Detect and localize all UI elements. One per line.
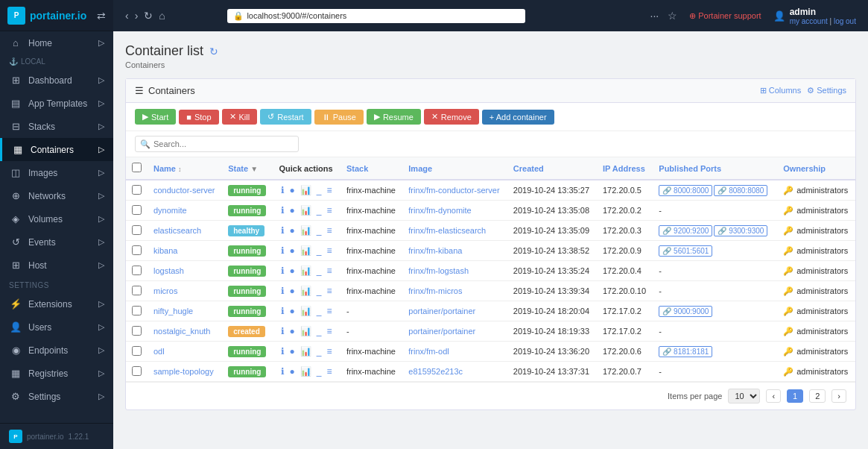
- details-icon[interactable]: ℹ: [279, 325, 286, 337]
- container-name-link[interactable]: sample-topology: [153, 367, 214, 376]
- port-link[interactable]: 🔗 8181:8181: [659, 346, 712, 357]
- console-icon[interactable]: _: [315, 245, 323, 257]
- sidebar-item-images[interactable]: ◫ Images ▷: [0, 161, 113, 184]
- container-name-link[interactable]: micros: [153, 286, 177, 295]
- console-icon[interactable]: _: [315, 204, 323, 216]
- console-icon[interactable]: _: [315, 285, 323, 297]
- select-all-checkbox[interactable]: [132, 163, 142, 172]
- row-checkbox[interactable]: [132, 326, 142, 336]
- created-header[interactable]: Created: [507, 157, 597, 180]
- port-link[interactable]: 🔗 5601:5601: [659, 245, 712, 257]
- portainer-support-link[interactable]: Portainer support: [689, 11, 761, 21]
- sidebar-item-volumes[interactable]: ◈ Volumes ▷: [0, 207, 113, 230]
- sidebar-item-extensions[interactable]: ⚡ Extensions ▷: [0, 292, 113, 315]
- row-checkbox[interactable]: [132, 286, 142, 295]
- refresh-icon[interactable]: ↻: [209, 45, 218, 57]
- home-browser-icon[interactable]: ⌂: [159, 10, 165, 22]
- sidebar-item-networks[interactable]: ⊕ Networks ▷: [0, 184, 113, 207]
- container-name-link[interactable]: conductor-server: [153, 186, 215, 195]
- port-link[interactable]: 🔗 9200:9200: [659, 225, 712, 236]
- pause-button[interactable]: ⏸ Pause: [314, 110, 364, 125]
- image-link[interactable]: frinx/fm-logstash: [408, 266, 469, 275]
- details-icon[interactable]: ℹ: [279, 345, 286, 357]
- image-link[interactable]: frinx/fm-kibana: [408, 246, 462, 255]
- my-account-link[interactable]: my account: [790, 17, 828, 25]
- prev-page-button[interactable]: ‹: [766, 389, 781, 403]
- sidebar-item-home[interactable]: ⌂ Home ▷: [0, 31, 113, 54]
- row-checkbox[interactable]: [132, 346, 142, 356]
- details-icon[interactable]: ℹ: [279, 365, 286, 377]
- details-icon[interactable]: ℹ: [279, 204, 286, 216]
- port-link[interactable]: 🔗 8000:8000: [659, 185, 712, 196]
- inspect-icon[interactable]: ●: [288, 224, 297, 236]
- image-link[interactable]: e815952e213c: [408, 367, 463, 376]
- port-link[interactable]: 🔗 9000:9000: [659, 306, 712, 317]
- image-link[interactable]: frinx/fm-conductor-server: [408, 186, 499, 195]
- sidebar-item-registries[interactable]: ▦ Registries ▷: [0, 362, 113, 385]
- details-icon[interactable]: ℹ: [279, 184, 286, 196]
- console-icon[interactable]: _: [315, 224, 323, 236]
- sidebar-item-app-templates[interactable]: ▤ App Templates ▷: [0, 92, 113, 115]
- container-name-link[interactable]: odl: [153, 347, 165, 356]
- ip-address-header[interactable]: IP Address: [597, 157, 653, 180]
- image-link[interactable]: frinx/fm-elasticsearch: [408, 226, 486, 235]
- console-icon[interactable]: _: [315, 325, 323, 337]
- image-link[interactable]: frinx/fm-micros: [408, 286, 462, 295]
- logs-icon[interactable]: ≡: [325, 325, 333, 337]
- logs-icon[interactable]: ≡: [325, 305, 333, 317]
- stats-icon[interactable]: 📊: [299, 365, 313, 377]
- inspect-icon[interactable]: ●: [288, 184, 297, 196]
- row-checkbox[interactable]: [132, 225, 142, 235]
- row-checkbox[interactable]: [132, 266, 142, 275]
- search-input[interactable]: [135, 136, 299, 152]
- stats-icon[interactable]: 📊: [299, 325, 313, 337]
- stats-icon[interactable]: 📊: [299, 245, 313, 257]
- next-page-button[interactable]: ›: [831, 389, 846, 403]
- console-icon[interactable]: _: [315, 345, 323, 357]
- container-name-link[interactable]: logstash: [153, 266, 184, 275]
- sidebar-item-settings[interactable]: ⚙ Settings ▷: [0, 385, 113, 408]
- console-icon[interactable]: _: [315, 184, 323, 196]
- details-icon[interactable]: ℹ: [279, 285, 286, 297]
- inspect-icon[interactable]: ●: [288, 204, 297, 216]
- container-name-link[interactable]: nifty_hugle: [153, 307, 193, 315]
- image-header[interactable]: Image: [402, 157, 507, 180]
- restart-button[interactable]: ↺ Restart: [260, 109, 311, 125]
- inspect-icon[interactable]: ●: [288, 265, 297, 277]
- log-out-link[interactable]: log out: [834, 17, 856, 25]
- reload-icon[interactable]: ↻: [144, 10, 153, 22]
- stats-icon[interactable]: 📊: [299, 305, 313, 317]
- columns-button[interactable]: ⊞ Columns: [760, 86, 801, 95]
- logs-icon[interactable]: ≡: [325, 265, 333, 277]
- row-checkbox[interactable]: [132, 245, 142, 255]
- image-link[interactable]: frinx/fm-dynomite: [408, 206, 471, 215]
- port-link[interactable]: 🔗 8080:8080: [714, 185, 767, 196]
- sidebar-item-events[interactable]: ↺ Events ▷: [0, 230, 113, 254]
- star-icon[interactable]: ☆: [668, 10, 677, 22]
- details-icon[interactable]: ℹ: [279, 224, 286, 236]
- inspect-icon[interactable]: ●: [288, 245, 297, 257]
- sidebar-item-dashboard[interactable]: ⊞ Dashboard ▷: [0, 69, 113, 92]
- stats-icon[interactable]: 📊: [299, 345, 313, 357]
- stats-icon[interactable]: 📊: [299, 184, 313, 196]
- row-checkbox[interactable]: [132, 185, 142, 195]
- logs-icon[interactable]: ≡: [325, 245, 333, 257]
- logs-icon[interactable]: ≡: [325, 345, 333, 357]
- inspect-icon[interactable]: ●: [288, 365, 297, 377]
- sidebar-item-stacks[interactable]: ⊟ Stacks ▷: [0, 115, 113, 138]
- row-checkbox[interactable]: [132, 205, 142, 215]
- container-name-link[interactable]: nostalgic_knuth: [153, 327, 210, 336]
- published-ports-header[interactable]: Published Ports: [653, 157, 777, 180]
- forward-icon[interactable]: ›: [135, 10, 139, 22]
- inspect-icon[interactable]: ●: [288, 325, 297, 337]
- add-container-button[interactable]: + Add container: [482, 110, 554, 125]
- logs-icon[interactable]: ≡: [325, 285, 333, 297]
- image-link[interactable]: portainer/portainer: [408, 327, 475, 336]
- sidebar-item-containers[interactable]: ▦ Containers ▷: [0, 138, 113, 161]
- start-button[interactable]: ▶ Start: [135, 109, 176, 125]
- logs-icon[interactable]: ≡: [325, 204, 333, 216]
- console-icon[interactable]: _: [315, 365, 323, 377]
- stats-icon[interactable]: 📊: [299, 265, 313, 277]
- logs-icon[interactable]: ≡: [325, 184, 333, 196]
- port-link[interactable]: 🔗 9300:9300: [714, 225, 767, 236]
